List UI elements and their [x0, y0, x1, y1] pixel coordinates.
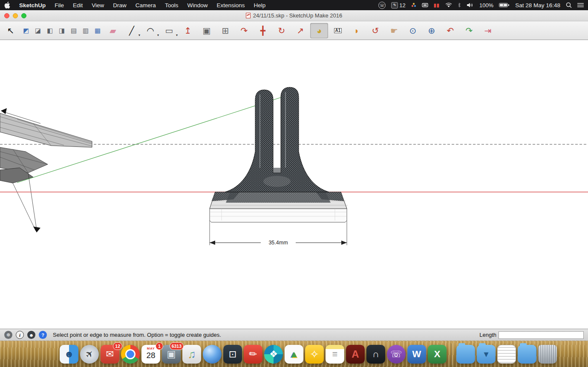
tool-style-xray[interactable]: ◩ — [20, 23, 32, 38]
tool-style-hiddenline[interactable]: ◨ — [56, 23, 67, 38]
tool-style-backedges[interactable]: ◪ — [32, 23, 43, 38]
apple-menu[interactable] — [4, 2, 10, 9]
dock-folder-downloads[interactable]: ▾ — [477, 345, 496, 364]
tool-offset[interactable]: ▣ — [198, 23, 216, 38]
mail-badge: 12 — [113, 342, 122, 350]
tool-select[interactable]: ↖ — [2, 23, 20, 38]
tool-style-wireframe[interactable]: ◧ — [44, 23, 55, 38]
tool-pushpull[interactable]: ↥ — [179, 23, 197, 38]
dock-chrome[interactable] — [121, 345, 140, 364]
tool-export[interactable]: ⇥ — [479, 23, 497, 38]
left-model[interactable] — [0, 108, 92, 232]
dock-sketchup[interactable]: ✎ — [244, 345, 262, 364]
tool-style-monochrome[interactable]: ▦ — [92, 23, 103, 38]
dock-drive[interactable]: ▲ — [285, 345, 303, 364]
style-backedges-icon: ◪ — [35, 27, 41, 34]
dock-keep[interactable]: ✧ — [305, 345, 324, 364]
dock-viber[interactable]: ☏ — [387, 345, 406, 364]
menu-help[interactable]: Help — [254, 2, 265, 9]
battery-icon[interactable] — [499, 3, 510, 8]
viber-status-icon[interactable]: ☏ — [378, 2, 386, 9]
display-icon[interactable] — [422, 3, 428, 8]
tool-scale[interactable]: ↗ — [291, 23, 309, 38]
notification-center-icon[interactable] — [577, 3, 584, 8]
minimize-window-button[interactable] — [13, 13, 18, 18]
drawing-canvas[interactable]: 35.4mm — [0, 40, 588, 329]
dock-pinwheel[interactable]: ❖ — [264, 345, 283, 364]
zoom-window-button[interactable] — [21, 13, 26, 18]
tool-move[interactable]: ╋ — [254, 23, 272, 38]
menu-app-name[interactable]: SketchUp — [19, 2, 46, 9]
tool-line[interactable]: ╱▾ — [123, 23, 141, 38]
info-icon[interactable]: i — [16, 331, 24, 339]
dock-notes[interactable]: ≡ — [326, 345, 344, 364]
dock-browser[interactable] — [203, 345, 222, 364]
word-icon: W — [412, 350, 421, 359]
dock-mail[interactable]: ✉12 — [101, 345, 119, 364]
model-3d[interactable] — [210, 87, 348, 222]
geolocation-icon[interactable]: ⊕ — [4, 331, 12, 339]
volume-icon[interactable] — [467, 3, 474, 8]
tool-orbit[interactable]: ↺ — [366, 23, 384, 38]
tool-style-textured[interactable]: ▥ — [80, 23, 91, 38]
tool-rotate[interactable]: ↻ — [273, 23, 291, 38]
dock-music[interactable]: ♫ — [182, 345, 201, 364]
shapes-icon: ▭ — [165, 26, 173, 35]
help-icon[interactable]: ? — [39, 331, 47, 339]
dock-folder-docs[interactable] — [456, 345, 475, 364]
music-icon: ♫ — [187, 349, 196, 360]
tool-zoom-extents[interactable]: ⊕ — [423, 23, 441, 38]
dropdown-caret-icon[interactable]: ▾ — [176, 33, 178, 37]
menu-view[interactable]: View — [92, 2, 104, 9]
menu-tools[interactable]: Tools — [165, 2, 179, 9]
tool-pan[interactable]: ☛ — [385, 23, 403, 38]
tool-shapes[interactable]: ▭▾ — [160, 23, 178, 38]
dock-photos[interactable]: ▣6313 — [162, 345, 181, 364]
dock-folder-apps[interactable] — [518, 345, 536, 364]
close-window-button[interactable] — [4, 13, 9, 18]
app-colors-icon[interactable] — [411, 3, 416, 8]
tool-style-shaded[interactable]: ▤ — [68, 23, 79, 38]
length-input[interactable] — [499, 331, 584, 339]
drive-icon: ▲ — [289, 350, 299, 359]
tool-arc[interactable]: ◠▾ — [141, 23, 159, 38]
tool-copy[interactable]: ⊞ — [216, 23, 234, 38]
dock: ☻✈✉12MAY281▣6313♫⊡✎❖▲✧≡A∩☏WX▾ — [0, 341, 588, 367]
dock-trash[interactable] — [538, 345, 557, 364]
menu-edit[interactable]: Edit — [73, 2, 83, 9]
spotlight-search-icon[interactable] — [566, 2, 572, 8]
bluetooth-icon[interactable] — [458, 3, 461, 8]
dropdown-caret-icon[interactable]: ▾ — [138, 33, 140, 37]
dock-excel[interactable]: X — [428, 345, 447, 364]
menu-camera[interactable]: Camera — [135, 2, 156, 9]
menu-draw[interactable]: Draw — [113, 2, 127, 9]
dock-launchpad[interactable]: ✈ — [80, 345, 99, 364]
pause-indicator[interactable]: ▮▮ — [434, 3, 440, 8]
notification-status[interactable]: ✎ 12 — [391, 2, 405, 9]
tape-measure-icon: ◕ — [317, 26, 322, 35]
wifi-icon[interactable] — [445, 3, 452, 8]
tool-zoom[interactable]: ⊙ — [404, 23, 422, 38]
tool-previous-view[interactable]: ↶ — [441, 23, 459, 38]
credits-icon[interactable]: ☻ — [27, 331, 35, 339]
tool-protractor[interactable]: ◗ — [348, 23, 366, 38]
tool-model-update[interactable]: ↷ — [460, 23, 478, 38]
menu-window[interactable]: Window — [187, 2, 208, 9]
dock-stack[interactable] — [497, 345, 516, 364]
menu-file[interactable]: File — [55, 2, 64, 9]
keep-icon: ✧ — [310, 349, 319, 360]
dimension-annotation[interactable]: 35.4mm — [210, 221, 347, 246]
dropdown-caret-icon[interactable]: ▾ — [157, 33, 159, 37]
dock-calendar[interactable]: MAY281 — [141, 345, 160, 364]
dock-arch[interactable]: ∩ — [366, 345, 385, 364]
tool-followme[interactable]: ↷ — [235, 23, 253, 38]
menu-extensions[interactable]: Extensions — [216, 2, 245, 9]
dock-remote[interactable]: ⊡ — [223, 345, 242, 364]
menu-clock[interactable]: Sat 28 May 16:48 — [515, 2, 560, 9]
dock-autocad[interactable]: A — [346, 345, 365, 364]
tool-tape-measure[interactable]: ◕ — [310, 23, 328, 38]
dock-finder[interactable]: ☻ — [60, 345, 78, 364]
tool-eraser[interactable]: ▰ — [104, 23, 122, 38]
dock-word[interactable]: W — [407, 345, 426, 364]
tool-dimension[interactable]: A1 — [329, 23, 347, 38]
